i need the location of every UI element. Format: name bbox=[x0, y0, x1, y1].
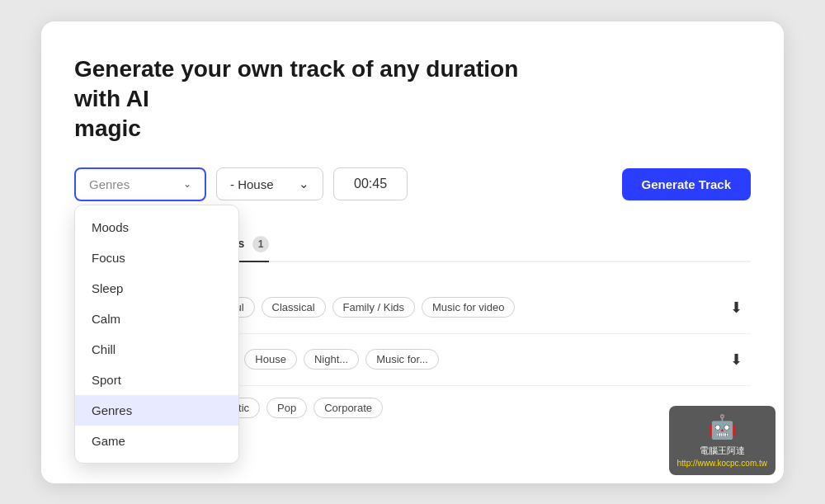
title-line2: magic bbox=[74, 115, 141, 141]
tag-house: House bbox=[244, 349, 297, 370]
dropdown-item-sport[interactable]: Sport bbox=[75, 365, 238, 395]
dropdown-item-genres[interactable]: Genres bbox=[75, 395, 238, 426]
genres-label: Genres bbox=[89, 177, 130, 191]
title-line1: Generate your own track of any duration … bbox=[74, 56, 518, 111]
track-tags-1: Beautiful Classical Family / Kids Music … bbox=[191, 297, 709, 318]
watermark-url: http://www.kocpc.com.tw bbox=[677, 459, 767, 468]
dropdown-item-sleep[interactable]: Sleep bbox=[75, 273, 238, 304]
main-card: Generate your own track of any duration … bbox=[41, 21, 784, 483]
track-tags-3: Optimistic Pop Corporate bbox=[191, 398, 751, 418]
generated-badge: 1 bbox=[252, 236, 269, 252]
generate-track-button[interactable]: Generate Track bbox=[622, 168, 751, 200]
house-chevron-icon: ⌄ bbox=[299, 177, 309, 191]
house-button[interactable]: - House ⌄ bbox=[216, 167, 323, 200]
download-button-2[interactable]: ⬇ bbox=[722, 346, 751, 374]
controls-row: Genres ⌄ Moods Focus Sleep Calm Chill Sp… bbox=[74, 167, 751, 201]
dropdown-item-game[interactable]: Game bbox=[75, 426, 238, 456]
dropdown-item-moods[interactable]: Moods bbox=[75, 212, 238, 243]
watermark-site: 電腦王阿達 bbox=[700, 445, 745, 455]
download-button-1[interactable]: ⬇ bbox=[722, 294, 751, 322]
tag-pop: Pop bbox=[266, 398, 307, 418]
dropdown-item-focus[interactable]: Focus bbox=[75, 243, 238, 273]
tag-music-for-video2: Music for... bbox=[365, 349, 439, 370]
genres-dropdown-menu: Moods Focus Sleep Calm Chill Sport Genre… bbox=[74, 205, 239, 464]
dropdown-item-chill[interactable]: Chill bbox=[75, 334, 238, 365]
dropdown-item-calm[interactable]: Calm bbox=[75, 304, 238, 334]
tag-corporate: Corporate bbox=[314, 398, 383, 418]
track-tags-2: Night House Night... Music for... bbox=[191, 349, 709, 370]
page-title: Generate your own track of any duration … bbox=[74, 54, 536, 144]
tag-music-for-video: Music for video bbox=[422, 297, 515, 318]
house-label: - House bbox=[230, 177, 274, 191]
chevron-down-icon: ⌄ bbox=[183, 178, 191, 190]
tag-classical: Classical bbox=[262, 297, 326, 318]
tag-family-kids: Family / Kids bbox=[332, 297, 415, 318]
genres-button[interactable]: Genres ⌄ bbox=[74, 167, 206, 201]
time-display[interactable]: 00:45 bbox=[333, 167, 408, 200]
genres-dropdown[interactable]: Genres ⌄ Moods Focus Sleep Calm Chill Sp… bbox=[74, 167, 206, 201]
tag-night2: Night... bbox=[304, 349, 359, 370]
